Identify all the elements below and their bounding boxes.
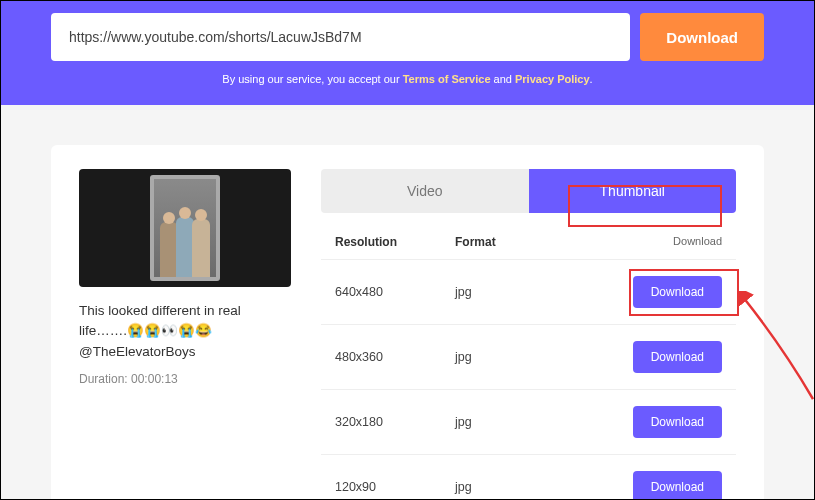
table-header: Resolution Format Download: [321, 221, 736, 259]
cell-resolution: 120x90: [335, 480, 455, 494]
privacy-link[interactable]: Privacy Policy: [515, 73, 590, 85]
cell-format: jpg: [455, 480, 633, 494]
disclaimer-period: .: [590, 73, 593, 85]
hero-section: Download By using our service, you accep…: [1, 1, 814, 105]
cell-resolution: 640x480: [335, 285, 455, 299]
header-download: Download: [632, 235, 722, 249]
cell-format: jpg: [455, 415, 633, 429]
tab-video[interactable]: Video: [321, 169, 529, 213]
result-card: This looked different in real life…….😭😭👀…: [51, 145, 764, 500]
table-row: 480x360 jpg Download: [321, 324, 736, 389]
video-info-column: This looked different in real life…….😭😭👀…: [79, 169, 291, 386]
download-row-button[interactable]: Download: [633, 406, 722, 438]
video-thumbnail: [79, 169, 291, 287]
disclaimer-text: By using our service, you accept our Ter…: [51, 73, 764, 85]
table-row: 320x180 jpg Download: [321, 389, 736, 454]
download-options-column: Video Thumbnail Resolution Format Downlo…: [321, 169, 736, 500]
tos-link[interactable]: Terms of Service: [403, 73, 491, 85]
table-row: 120x90 jpg Download: [321, 454, 736, 500]
download-main-button[interactable]: Download: [640, 13, 764, 61]
tabs: Video Thumbnail: [321, 169, 736, 213]
download-row-button[interactable]: Download: [633, 471, 722, 500]
disclaimer-prefix: By using our service, you accept our: [222, 73, 402, 85]
cell-resolution: 320x180: [335, 415, 455, 429]
tab-thumbnail[interactable]: Thumbnail: [529, 169, 737, 213]
cell-resolution: 480x360: [335, 350, 455, 364]
cell-format: jpg: [455, 350, 633, 364]
download-row-button[interactable]: Download: [633, 276, 722, 308]
video-title: This looked different in real life…….😭😭👀…: [79, 301, 291, 362]
table-row: 640x480 jpg Download: [321, 259, 736, 324]
search-row: Download: [51, 13, 764, 61]
disclaimer-and: and: [491, 73, 515, 85]
content-area: This looked different in real life…….😭😭👀…: [1, 105, 814, 500]
download-row-button[interactable]: Download: [633, 341, 722, 373]
url-input[interactable]: [51, 13, 630, 61]
cell-format: jpg: [455, 285, 633, 299]
header-format: Format: [455, 235, 632, 249]
header-resolution: Resolution: [335, 235, 455, 249]
video-duration: Duration: 00:00:13: [79, 372, 291, 386]
